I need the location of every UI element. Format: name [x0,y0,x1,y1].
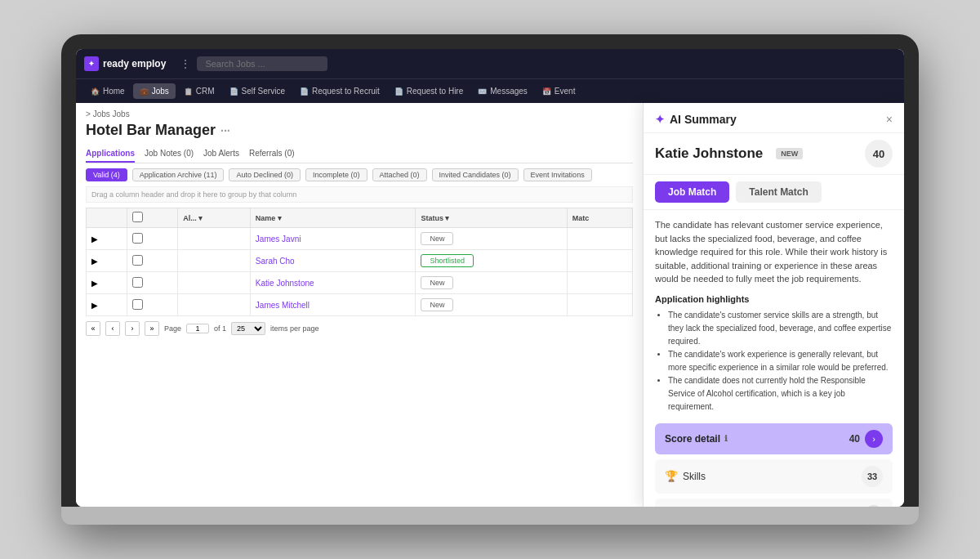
filter-bar: Valid (4) Application Archive (11) Auto … [86,168,633,181]
nav-item-request-recruit[interactable]: 📄 Request to Recruit [293,83,386,99]
score-right: 40 › [849,430,883,448]
row-checkbox-1[interactable] [132,233,143,244]
tab-referrals[interactable]: Referrals (0) [249,145,295,163]
first-page-button[interactable]: « [86,321,100,336]
row-expand-2[interactable]: ▶ [87,250,127,272]
next-page-button[interactable]: › [125,321,140,336]
of-label: of 1 [214,324,226,333]
row-match-4 [567,294,632,316]
row-checkbox-4[interactable] [132,299,143,310]
jobs-icon: 💼 [140,87,149,96]
skills-score: 33 [862,466,883,487]
row-expand-1[interactable]: ▶ [87,228,127,250]
applications-table: Al... ▾ Name ▾ Status ▾ Matc ▶ [86,208,633,316]
crm-icon: 📋 [184,87,193,96]
pagination: « ‹ › » Page of 1 25 50 100 items per pa… [86,321,633,336]
page-title: Hotel Bar Manager ··· [86,122,633,139]
row-checkbox-2[interactable] [132,255,143,266]
ai-summary-text: The candidate has relevant customer serv… [655,218,893,286]
left-panel: > Jobs Jobs Hotel Bar Manager ··· Applic… [76,103,643,507]
score-row-education[interactable]: 🏛 Education — [655,499,893,508]
tab-job-alerts[interactable]: Job Alerts [203,145,239,163]
tab-applications[interactable]: Applications [86,145,135,163]
row-name-3[interactable]: Katie Johnstone [250,272,416,294]
prev-page-button[interactable]: ‹ [105,321,120,336]
tab-job-notes[interactable]: Job Notes (0) [145,145,194,163]
highlights-title: Application highlights [655,294,893,304]
breadcrumb-separator: > [86,110,91,119]
nav-item-jobs[interactable]: 💼 Jobs [133,83,176,99]
ai-body: The candidate has relevant customer serv… [644,210,904,507]
breadcrumb-parent[interactable]: Jobs [93,110,110,119]
score-row-skills[interactable]: 🏆 Skills 33 [655,459,893,494]
nav-item-events[interactable]: 📅 Event [536,83,582,99]
nav-item-home[interactable]: 🏠 Home [84,83,131,99]
info-icon: ℹ [724,434,728,443]
skills-icon: 🏆 [665,470,678,482]
row-expand-4[interactable]: ▶ [87,294,127,316]
candidate-name-display: Katie Johnstone [655,145,763,162]
ai-title-row: ✦ AI Summary [655,113,737,126]
table-row: ▶ Katie Johnstone New [87,272,633,294]
dots-menu-icon[interactable]: ⋮ [180,58,190,69]
col-name[interactable]: Name ▾ [250,208,416,228]
highlight-item: The candidate's work experience is gener… [668,348,893,374]
ai-panel-header: ✦ AI Summary × [644,103,904,133]
table-row: ▶ James Javni New [87,228,633,250]
col-ai[interactable]: Al... ▾ [178,208,251,228]
col-expand [87,208,127,228]
filter-event-inv[interactable]: Event Invitations [523,168,592,181]
close-button[interactable]: × [886,113,893,126]
row-status-3: New [421,276,453,289]
row-ai-1 [178,228,251,250]
skills-label: Skills [683,471,706,482]
nav-item-crm[interactable]: 📋 CRM [177,83,221,99]
laptop-base [61,507,919,525]
filter-invited[interactable]: Invited Candidates (0) [432,168,519,181]
per-page-select[interactable]: 25 50 100 [231,322,265,335]
row-status-4: New [421,298,453,311]
highlights-list: The candidate's customer service skills … [655,309,893,414]
talent-match-tab[interactable]: Talent Match [736,181,821,203]
row-expand-3[interactable]: ▶ [87,272,127,294]
filter-auto-declined[interactable]: Auto Declined (0) [229,168,301,181]
ai-summary-panel: ✦ AI Summary × Katie Johnstone NEW 40 Jo… [643,103,904,507]
nav-item-selfservice[interactable]: 📄 Self Service [223,83,292,99]
nav-item-messages[interactable]: ✉️ Messages [471,83,534,99]
job-match-tab[interactable]: Job Match [655,181,729,203]
self-service-icon: 📄 [229,87,238,96]
events-icon: 📅 [542,87,551,96]
items-per-page-label: items per page [270,324,319,333]
col-match[interactable]: Matc [567,208,632,228]
app-header: ✦ ready employ ⋮ [76,49,904,78]
new-status-badge: NEW [776,148,803,159]
filter-incomplete[interactable]: Incomplete (0) [305,168,368,181]
select-all-checkbox[interactable] [132,212,143,222]
row-ai-4 [178,294,251,316]
filter-valid[interactable]: Valid (4) [86,168,127,181]
table-row: ▶ James Mitchell New [87,294,633,316]
breadcrumb: > Jobs Jobs [86,110,633,119]
row-name-4[interactable]: James Mitchell [250,294,416,316]
match-tabs: Job Match Talent Match [644,175,904,210]
row-checkbox-3[interactable] [132,277,143,288]
row-name-2[interactable]: Sarah Cho [250,250,416,272]
main-content: > Jobs Jobs Hotel Bar Manager ··· Applic… [76,103,904,507]
filter-archive[interactable]: Application Archive (11) [132,168,225,181]
filter-attached[interactable]: Attached (0) [372,168,427,181]
row-ai-2 [178,250,251,272]
search-input[interactable] [197,56,327,71]
nav-item-request-hire[interactable]: 📄 Request to Hire [388,83,470,99]
ai-panel-title: AI Summary [670,113,737,126]
score-detail-label: Score detail ℹ [665,433,728,445]
page-input[interactable] [186,324,209,333]
drag-hint: Drag a column header and drop it here to… [86,186,633,203]
score-detail-bar[interactable]: Score detail ℹ 40 › [655,423,893,454]
score-detail-num: 40 [849,433,860,445]
logo-icon: ✦ [84,56,99,71]
col-status[interactable]: Status ▾ [416,208,567,228]
last-page-button[interactable]: » [145,321,159,336]
nav-bar: 🏠 Home 💼 Jobs 📋 CRM 📄 Self Service 📄 Req… [76,78,904,103]
row-name-1[interactable]: James Javni [250,228,416,250]
home-icon: 🏠 [91,87,100,96]
